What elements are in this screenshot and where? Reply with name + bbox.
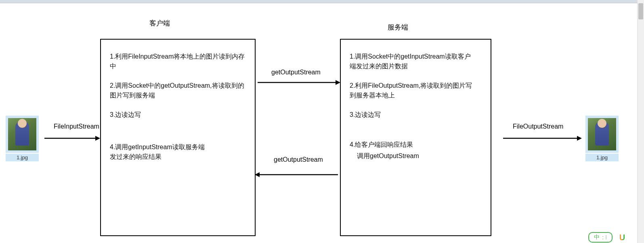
svg-marker-1 (95, 136, 100, 141)
ime-pill[interactable]: 中 : ⁝ (588, 232, 613, 243)
server-box: 1.调用Socket中的getInputStream读取客户端发过来的图片数据 … (340, 39, 491, 236)
file-thumbnail-right: 1.jpg (585, 116, 619, 161)
ime-logo-icon[interactable] (617, 232, 628, 243)
file-caption-left: 1.jpg (6, 154, 39, 161)
ime-text: 中 (594, 234, 600, 241)
server-step-4a: 4.给客户端回响应结果 (350, 140, 482, 150)
client-step-4: 4.调用getInputStream读取服务端发过来的响应结果 (110, 142, 207, 162)
svg-marker-7 (577, 136, 582, 141)
svg-marker-5 (255, 172, 260, 177)
client-step-3: 3.边读边写 (110, 110, 246, 120)
arrow-icon (257, 80, 340, 88)
arrow-label-fileoutputstream: FileOutputStream (513, 123, 563, 130)
file-caption-right: 1.jpg (585, 154, 619, 161)
client-step-1: 1.利用FileInputStream将本地上的图片读到内存中 (110, 52, 246, 71)
arrow-label-getoutputstream-bottom: getOutputStream (274, 156, 323, 163)
client-box: 1.利用FileInputStream将本地上的图片读到内存中 2.调用Sock… (100, 39, 256, 236)
server-step-4b: 调用getOutputStream (357, 151, 482, 161)
arrow-label-getoutputstream-top: getOutputStream (271, 69, 321, 76)
server-step-1: 1.调用Socket中的getInputStream读取客户端发过来的图片数据 (350, 52, 475, 71)
server-title: 服务端 (388, 23, 408, 32)
image-icon (6, 116, 39, 153)
arrow-icon (502, 136, 581, 144)
window-titlebar (0, 0, 644, 3)
ime-dots: : ⁝ (602, 234, 607, 241)
diagram-canvas: 客户端 服务端 1.利用FileInputStream将本地上的图片读到内存中 … (0, 3, 637, 243)
client-step-2: 2.调用Socket中的getOutputStream,将读取到的图片写到服务端 (110, 81, 246, 100)
scrollbar-thumb[interactable] (638, 3, 643, 19)
server-step-2: 2.利用FileOutputStream,将读取到的图片写到服务器本地上 (350, 81, 475, 100)
client-title: 客户端 (149, 19, 170, 28)
arrow-icon (44, 136, 98, 144)
ime-indicator[interactable]: 中 : ⁝ (588, 232, 628, 243)
arrow-label-fileinputstream: FileInputStream (54, 123, 99, 130)
file-thumbnail-left: 1.jpg (6, 116, 39, 161)
arrow-icon (254, 172, 340, 180)
server-step-3: 3.边读边写 (350, 110, 482, 120)
image-icon (585, 116, 619, 153)
vertical-scrollbar[interactable] (637, 0, 644, 243)
